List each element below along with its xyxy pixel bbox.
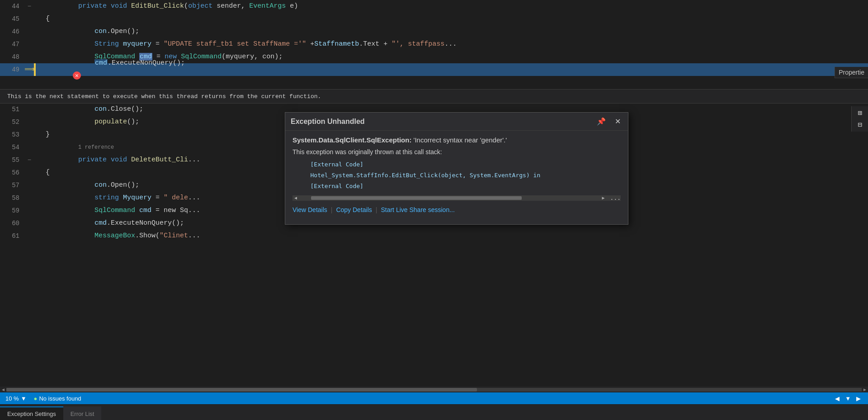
line-number-58: 58 xyxy=(0,192,25,204)
scroll-thumb xyxy=(311,196,522,200)
separator-2: | xyxy=(376,206,377,213)
separator-1: | xyxy=(331,206,333,213)
zoom-value: 10 % xyxy=(5,395,19,402)
line-number-48: 48 xyxy=(0,51,25,63)
line-number-51: 51 xyxy=(0,103,25,116)
exception-popup: Exception Unhandled 📌 ✕ System.Data.SqlC… xyxy=(285,112,628,225)
bottom-tabs: Exception Settings Error List xyxy=(0,404,868,420)
zoom-level: 10 % ▼ xyxy=(5,395,27,402)
tooltip-text: This is the next statement to execute wh… xyxy=(7,93,321,100)
nav-arrows: ◀ ▼ ▶ xyxy=(833,395,863,402)
zoom-dropdown-icon[interactable]: ▼ xyxy=(21,395,27,402)
code-line-49: 49 ⟹ cmd.ExecuteNonQuery(); ✕ xyxy=(0,63,868,76)
code-line-44: 44 ─ private void EditBut_Click(object s… xyxy=(0,0,868,13)
line-number-54: 54 xyxy=(0,141,25,154)
no-issues-status: ● No issues found xyxy=(34,395,81,402)
line-number-59: 59 xyxy=(0,204,25,217)
line-number-49: 49 xyxy=(0,63,25,76)
close-button[interactable]: ✕ xyxy=(613,116,623,127)
h-scroll-thumb xyxy=(6,388,477,392)
nav-left[interactable]: ◀ xyxy=(833,395,841,402)
right-icon-btn-2[interactable]: ⊟ xyxy=(854,120,866,130)
scroll-left-arrow[interactable]: ◀ xyxy=(292,195,299,201)
pin-button[interactable]: 📌 xyxy=(595,116,608,127)
nav-down[interactable]: ▼ xyxy=(843,395,853,402)
view-details-link[interactable]: View Details xyxy=(292,206,327,213)
code-line-61: 61 MessageBox.Show("Clinet... xyxy=(0,230,868,242)
start-live-share-link[interactable]: Start Live Share session... xyxy=(381,206,454,213)
popup-footer: View Details | Copy Details | Start Live… xyxy=(292,203,621,219)
callstack-entries: [External Code] Hotel_System.StaffInfo.E… xyxy=(292,159,621,192)
line-number-52: 52 xyxy=(0,116,25,128)
tab-error-list-label: Error List xyxy=(71,411,94,417)
callstack-header: This exception was originally thrown at … xyxy=(292,148,621,156)
line-number-44: 44 xyxy=(0,0,25,13)
popup-title: Exception Unhandled xyxy=(291,118,365,126)
collapse-icon-44[interactable]: ─ xyxy=(28,0,31,13)
gutter-44: ─ xyxy=(25,0,34,13)
line-number-57: 57 xyxy=(0,179,25,192)
yellow-marker-49 xyxy=(34,63,36,76)
arrow-marker: ⟹ xyxy=(24,63,35,76)
exception-type-name: System.Data.SqlClient.SqlException xyxy=(292,136,409,144)
callstack-entry-1: Hotel_System.StaffInfo.EditBut_Click(obj… xyxy=(300,170,621,181)
editor-container: 44 ─ private void EditBut_Click(object s… xyxy=(0,0,868,420)
exception-message: 'Incorrect syntax near 'gender'.' xyxy=(414,136,507,144)
popup-scrollbar: ◀ ▶ ... xyxy=(292,195,621,201)
status-bar: 10 % ▼ ● No issues found ◀ ▼ ▶ xyxy=(0,392,868,404)
nav-right[interactable]: ▶ xyxy=(854,395,863,402)
scroll-track[interactable] xyxy=(299,196,600,200)
copy-details-link[interactable]: Copy Details xyxy=(336,206,372,213)
properties-panel-hint: Propertie xyxy=(835,67,868,78)
h-scroll-right[interactable]: ▶ xyxy=(862,387,868,392)
line-number-56: 56 xyxy=(0,166,25,179)
popup-header: Exception Unhandled 📌 ✕ xyxy=(285,113,628,131)
right-icon-btn-1[interactable]: ⊞ xyxy=(854,108,866,118)
line-number-60: 60 xyxy=(0,217,25,230)
popup-icons: 📌 ✕ xyxy=(595,116,623,127)
callstack-entry-2: [External Code] xyxy=(300,181,621,192)
status-text: No issues found xyxy=(39,395,81,402)
line-number-61: 61 xyxy=(0,230,25,242)
callstack-entry-0: [External Code] xyxy=(300,159,621,170)
h-scroll-track[interactable] xyxy=(6,388,862,392)
line-number-55: 55 xyxy=(0,154,25,166)
tooltip-bar: This is the next statement to execute wh… xyxy=(0,89,868,104)
right-icons-panel: ⊞ ⊟ xyxy=(851,106,868,132)
ellipsis: ... xyxy=(607,195,621,202)
collapse-icon-55[interactable]: ─ xyxy=(28,154,31,166)
check-icon: ● xyxy=(34,395,38,402)
gutter-49: ⟹ xyxy=(25,63,34,76)
line-number-46: 46 xyxy=(0,25,25,38)
scroll-right-arrow[interactable]: ▶ xyxy=(600,195,607,201)
tab-exception-settings[interactable]: Exception Settings xyxy=(0,406,63,420)
exception-type: System.Data.SqlClient.SqlException: 'Inc… xyxy=(292,136,621,144)
horizontal-scrollbar: ◀ ▶ xyxy=(0,387,868,393)
line-number-53: 53 xyxy=(0,128,25,141)
line-number-45: 45 xyxy=(0,13,25,25)
popup-body: System.Data.SqlClient.SqlException: 'Inc… xyxy=(285,131,628,224)
h-scroll-left[interactable]: ◀ xyxy=(0,387,6,392)
gutter-55: ─ xyxy=(25,154,34,166)
tab-exception-settings-label: Exception Settings xyxy=(7,411,56,417)
tab-error-list[interactable]: Error List xyxy=(63,406,102,420)
line-number-47: 47 xyxy=(0,38,25,51)
